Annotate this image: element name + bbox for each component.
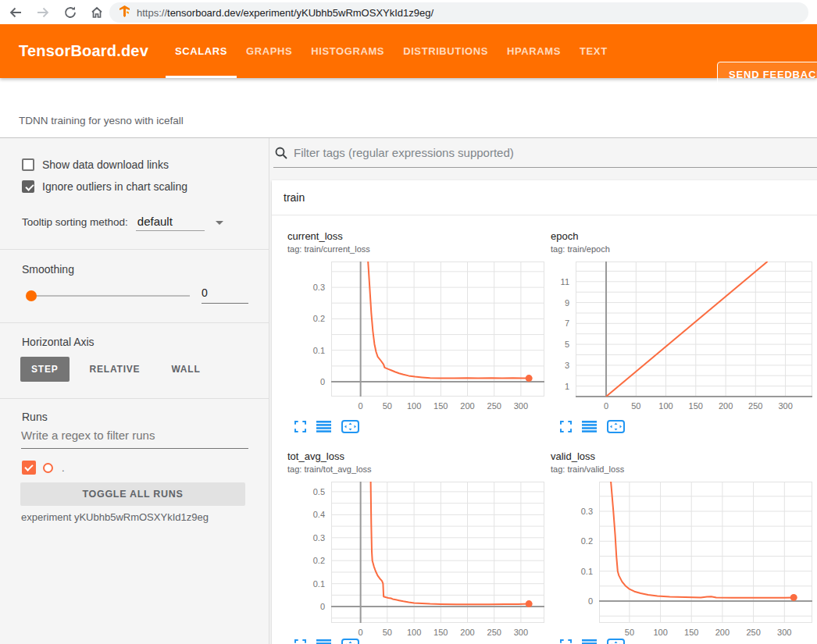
app-header: TensorBoard.dev SCALARS GRAPHS HISTOGRAM… (0, 24, 817, 78)
svg-text:0: 0 (320, 602, 325, 611)
smoothing-slider-thumb[interactable] (26, 290, 37, 301)
show-download-links-checkbox[interactable] (22, 158, 34, 171)
show-download-links-label: Show data download links (42, 158, 169, 171)
svg-text:0.1: 0.1 (313, 579, 325, 589)
svg-text:50: 50 (625, 628, 634, 637)
tab-hparams[interactable]: HPARAMS (498, 24, 570, 78)
svg-text:150: 150 (684, 628, 698, 637)
chart-tag: tag: train/epoch (551, 244, 610, 254)
tab-distributions[interactable]: DISTRIBUTIONS (394, 24, 498, 78)
chart-actions (560, 420, 625, 433)
settings-sidebar: Show data download links Ignore outliers… (0, 138, 269, 644)
svg-text:0.3: 0.3 (313, 283, 325, 292)
horizontal-axis-label: Horizontal Axis (22, 336, 95, 348)
chevron-down-icon[interactable] (216, 221, 223, 225)
svg-text:300: 300 (777, 628, 791, 637)
tensorboard-page: https://tensorboard.dev/experiment/yKUbh… (0, 0, 817, 644)
nav-tabs: SCALARS GRAPHS HISTOGRAMS DISTRIBUTIONS … (166, 24, 617, 78)
svg-text:0: 0 (359, 628, 363, 637)
svg-text:50: 50 (383, 628, 392, 637)
chart-plot[interactable]: 00.10.20.3050100150200250300 (331, 262, 544, 397)
run-checkbox[interactable] (22, 461, 36, 475)
experiment-title: TDNN training for yesno with icefall (19, 115, 184, 126)
svg-text:5: 5 (565, 340, 569, 349)
main-content: train current_loss tag: train/current_lo… (270, 138, 817, 644)
run-color-swatch (43, 463, 53, 473)
fit-domain-icon[interactable] (607, 420, 625, 433)
chart-actions (294, 420, 359, 433)
expand-chart-icon[interactable] (560, 421, 572, 432)
svg-text:100: 100 (658, 401, 673, 411)
forward-icon[interactable] (34, 3, 52, 22)
data-table-icon[interactable] (582, 421, 597, 432)
fit-domain-icon[interactable] (341, 639, 359, 644)
axis-relative-button[interactable]: RELATIVE (79, 357, 152, 382)
chart-epoch: epoch tag: train/epoch 13579110501001502… (549, 229, 817, 441)
chart-title: tot_avg_loss (287, 450, 344, 462)
address-bar[interactable]: https://tensorboard.dev/experiment/yKUbh… (109, 2, 808, 23)
svg-text:0.2: 0.2 (581, 536, 593, 546)
chart-actions (560, 639, 625, 644)
svg-text:300: 300 (778, 401, 792, 411)
expand-chart-icon[interactable] (294, 639, 306, 644)
train-group-header[interactable]: train (272, 180, 817, 215)
svg-text:250: 250 (487, 628, 501, 637)
fit-domain-icon[interactable] (341, 420, 359, 433)
svg-text:3: 3 (565, 361, 569, 370)
toggle-all-runs-button[interactable]: TOGGLE ALL RUNS (20, 482, 245, 506)
experiment-id: experiment yKUbhb5wRmOSXYkId1z9eg (21, 511, 209, 523)
browser-toolbar: https://tensorboard.dev/experiment/yKUbh… (0, 0, 817, 24)
fit-domain-icon[interactable] (607, 639, 625, 644)
svg-text:200: 200 (719, 401, 733, 411)
ignore-outliers-checkbox[interactable] (22, 180, 34, 193)
runs-filter-input[interactable] (21, 427, 248, 449)
tooltip-sorting-select[interactable]: default (136, 215, 205, 231)
send-feedback-button[interactable]: SEND FEEDBACK (717, 62, 817, 87)
svg-text:0: 0 (588, 596, 593, 606)
svg-text:50: 50 (383, 401, 392, 411)
run-name: . (62, 462, 65, 474)
divider (0, 322, 269, 323)
expand-chart-icon[interactable] (294, 421, 306, 432)
expand-chart-icon[interactable] (560, 639, 572, 644)
smoothing-label: Smoothing (22, 263, 74, 276)
axis-step-button[interactable]: STEP (20, 357, 70, 382)
chart-actions (294, 639, 359, 644)
back-icon[interactable] (6, 3, 25, 22)
svg-text:0.1: 0.1 (581, 567, 593, 576)
tab-text[interactable]: TEXT (570, 24, 617, 78)
axis-wall-button[interactable]: WALL (160, 357, 211, 382)
tag-filter-input[interactable] (294, 146, 817, 159)
svg-text:150: 150 (689, 401, 703, 411)
chart-plot[interactable]: 00.10.20.350100150200250300 (599, 482, 812, 623)
svg-text:250: 250 (746, 628, 760, 637)
data-table-icon[interactable] (316, 421, 331, 432)
chart-title: epoch (551, 230, 578, 242)
svg-text:0.3: 0.3 (581, 507, 593, 516)
svg-text:1: 1 (565, 382, 569, 391)
svg-text:50: 50 (631, 401, 640, 411)
ignore-outliers-label: Ignore outliers in chart scaling (42, 180, 187, 193)
smoothing-value-field[interactable]: 0 (202, 286, 248, 304)
tab-graphs[interactable]: GRAPHS (237, 24, 301, 78)
chart-tag: tag: train/tot_avg_loss (287, 464, 372, 474)
train-group-card: train current_loss tag: train/current_lo… (272, 180, 817, 644)
search-icon (275, 147, 287, 159)
svg-text:0.4: 0.4 (313, 510, 325, 519)
svg-text:0: 0 (359, 401, 363, 411)
smoothing-slider[interactable] (27, 295, 190, 297)
svg-text:100: 100 (407, 628, 421, 637)
chart-plot[interactable]: 00.10.20.30.40.5050100150200250300 (331, 482, 544, 623)
svg-text:9: 9 (565, 298, 569, 308)
svg-text:250: 250 (487, 401, 501, 411)
tab-histograms[interactable]: HISTOGRAMS (301, 24, 394, 78)
svg-text:7: 7 (565, 318, 569, 328)
reload-icon[interactable] (61, 3, 80, 22)
chart-title: current_loss (287, 230, 343, 242)
chart-plot[interactable]: 1357911050100150200250300 (576, 262, 812, 397)
home-icon[interactable] (87, 3, 106, 22)
tab-scalars[interactable]: SCALARS (166, 24, 237, 78)
data-table-icon[interactable] (316, 639, 331, 644)
svg-text:300: 300 (514, 628, 528, 637)
data-table-icon[interactable] (582, 639, 597, 644)
